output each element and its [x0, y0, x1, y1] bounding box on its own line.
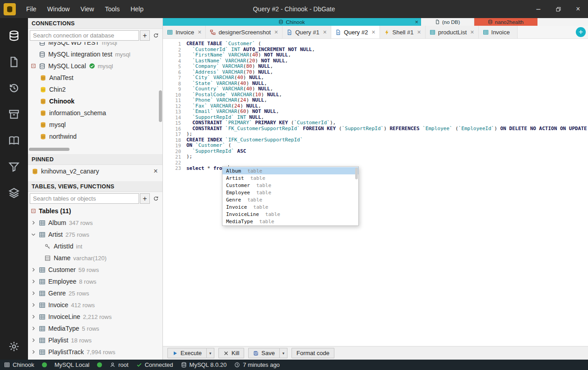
column-item-artistid[interactable]: ArtistIdint: [28, 240, 162, 252]
close-tab-button[interactable]: ×: [417, 28, 421, 36]
table-item-mediatype[interactable]: MediaType5 rows: [28, 323, 162, 334]
autocomplete-item-mediatype[interactable]: MediaTypetable: [222, 218, 358, 225]
close-button[interactable]: ×: [568, 0, 588, 18]
autocomplete-item-invoice[interactable]: Invoicetable: [222, 203, 358, 211]
tab-designerscreenshot[interactable]: designerScreenshot×: [206, 26, 282, 38]
line-number: 8: [163, 81, 186, 87]
table-item-playlisttrack[interactable]: PlaylistTrack7,994 rows: [28, 346, 162, 358]
tables-search-input[interactable]: [30, 193, 139, 204]
close-tab-button[interactable]: ×: [323, 28, 327, 36]
tab-group-no-db[interactable]: (no DB): [421, 18, 474, 26]
table-item-invoiceline[interactable]: InvoiceLine2,212 rows: [28, 311, 162, 323]
sidebar-filter-button[interactable]: [0, 154, 28, 180]
execute-dropdown-button[interactable]: ▾: [207, 348, 214, 358]
tab-group-nano2health[interactable]: nano2health: [474, 18, 537, 26]
unpin-button[interactable]: ×: [152, 167, 160, 175]
label: Tables (11): [39, 207, 71, 215]
connections-vertical-scrollbar[interactable]: [159, 90, 162, 122]
autocomplete-item-genre[interactable]: Genretable: [222, 196, 358, 203]
database-item-northwind[interactable]: northwind: [28, 131, 162, 142]
database-item-analtest[interactable]: AnalTest: [28, 72, 162, 84]
table-item-genre[interactable]: Genre25 rows: [28, 287, 162, 299]
connections-horizontal-scrollbar[interactable]: [29, 148, 69, 151]
tab-productlist[interactable]: productList×: [426, 26, 479, 38]
database-icon: [278, 19, 283, 24]
menu-help[interactable]: Help: [125, 0, 149, 18]
close-tab-button[interactable]: ×: [470, 28, 474, 36]
section-gap: [28, 178, 162, 181]
menu-file[interactable]: File: [21, 0, 42, 18]
tab-query-2[interactable]: Query #2×: [331, 26, 380, 38]
tab-invoice[interactable]: Invoice×: [163, 26, 206, 38]
close-tab-button[interactable]: ×: [371, 28, 375, 36]
sql-editor[interactable]: 1CREATE TABLE `Customer` (2 `CustomerId`…: [163, 39, 588, 346]
connection-item-mysql-local[interactable]: MySQL Localmysql: [28, 60, 162, 72]
database-item-mysql[interactable]: mysql: [28, 119, 162, 131]
connection-item-mysql-integration-test[interactable]: MySQL integration testmysql: [28, 48, 162, 60]
maximize-button[interactable]: [548, 0, 568, 18]
tab-group-chinook[interactable]: Chinook×: [163, 18, 421, 26]
label: Artist: [226, 175, 244, 181]
status-status-dot-1: [42, 362, 47, 367]
table-icon: [39, 290, 46, 297]
table-item-invoice[interactable]: Invoice412 rows: [28, 299, 162, 311]
table-item-artist[interactable]: Artist275 rows: [28, 229, 162, 240]
table-item-album[interactable]: Album347 rows: [28, 217, 162, 229]
save-button[interactable]: Save: [248, 348, 280, 358]
new-tab-button[interactable]: +: [576, 27, 586, 37]
refresh-connections-button[interactable]: [151, 30, 161, 41]
minimize-button[interactable]: –: [528, 0, 548, 18]
sidebar-archive-button[interactable]: [0, 101, 28, 127]
kill-button[interactable]: Kill: [218, 348, 244, 358]
label: Chinook: [49, 98, 74, 105]
close-tab-button[interactable]: ×: [274, 28, 278, 36]
refresh-tables-button[interactable]: [151, 193, 161, 204]
connections-search-input[interactable]: [30, 30, 139, 41]
tables-group-header[interactable]: Tables (11): [28, 205, 162, 217]
label: InvoiceLine: [48, 313, 80, 320]
collapse-icon: [31, 63, 36, 69]
autocomplete-item-employee[interactable]: Employeetable: [222, 189, 358, 196]
tab-query-1[interactable]: Query #1×: [282, 26, 331, 38]
table-item-customer[interactable]: Customer59 rows: [28, 264, 162, 276]
label: MySQL Local: [55, 361, 90, 368]
column-item-name[interactable]: Namevarchar(120): [28, 252, 162, 264]
left-panel: CONNECTIONS + MySQL WD TESTmysqlMySQL in…: [28, 18, 163, 360]
close-group-button[interactable]: ×: [415, 18, 418, 26]
sidebar-layers-button[interactable]: [0, 180, 28, 206]
autocomplete-item-artist[interactable]: Artisttable: [222, 174, 358, 182]
sidebar-history-button[interactable]: [0, 75, 28, 101]
meta: 5 rows: [82, 325, 99, 332]
tab-shell-1[interactable]: Shell #1×: [380, 26, 426, 38]
database-item-chin2[interactable]: Chin2: [28, 84, 162, 95]
database-icon: [40, 75, 46, 81]
table-item-employee[interactable]: Employee8 rows: [28, 276, 162, 287]
execute-button[interactable]: Execute: [167, 348, 207, 358]
autocomplete-item-album[interactable]: Albumtable: [222, 167, 358, 174]
database-icon: [181, 362, 187, 368]
sidebar-file-button[interactable]: [0, 49, 28, 75]
database-item-information-schema[interactable]: information_schema: [28, 107, 162, 119]
add-connection-button[interactable]: +: [140, 30, 150, 41]
autocomplete-scrollbar[interactable]: [355, 168, 358, 179]
connection-item-mysql-wd-test[interactable]: MySQL WD TESTmysql: [28, 42, 162, 48]
menu-tools[interactable]: Tools: [99, 0, 125, 18]
save-dropdown-button[interactable]: ▾: [280, 348, 287, 358]
tab-invoice-2[interactable]: Invoice: [479, 26, 518, 38]
database-item-chinook[interactable]: Chinook: [28, 95, 162, 107]
sidebar-settings-button[interactable]: [0, 333, 28, 360]
status-bar: ChinookMySQL LocalrootConnectedMySQL 8.0…: [0, 360, 588, 370]
label: Employee: [48, 278, 76, 285]
add-object-button[interactable]: +: [140, 193, 150, 204]
sidebar-database-button[interactable]: [0, 23, 28, 49]
pinned-item-knihovna-v2-canary[interactable]: knihovna_v2_canary×: [28, 165, 162, 178]
table-item-playlist[interactable]: Playlist18 rows: [28, 334, 162, 346]
autocomplete-item-invoiceline[interactable]: InvoiceLinetable: [222, 211, 358, 218]
sidebar-book-button[interactable]: [0, 127, 28, 154]
menu-view[interactable]: View: [75, 0, 99, 18]
database-icon: [40, 122, 46, 128]
format-code-button[interactable]: Format code: [292, 348, 334, 358]
menu-window[interactable]: Window: [42, 0, 75, 18]
close-tab-button[interactable]: ×: [198, 28, 201, 36]
autocomplete-item-customer[interactable]: Customertable: [222, 182, 358, 189]
